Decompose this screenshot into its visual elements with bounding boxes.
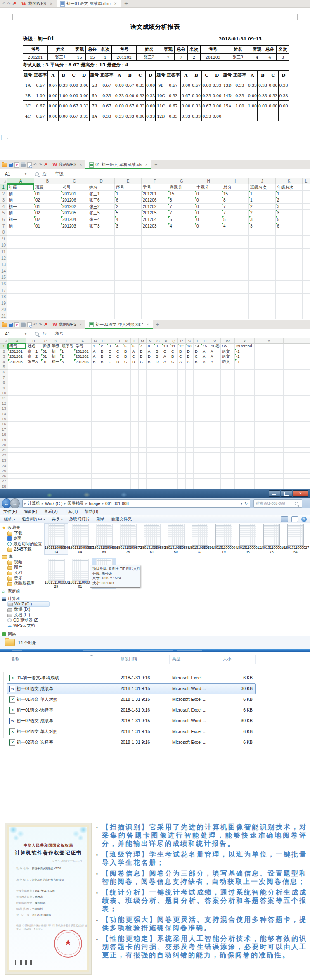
cell[interactable] [7, 274, 34, 281]
cell[interactable] [41, 458, 50, 463]
cell[interactable] [170, 432, 178, 437]
cell[interactable]: D [131, 359, 139, 365]
cell[interactable] [195, 255, 222, 262]
cell[interactable] [139, 406, 147, 411]
cell[interactable] [222, 313, 249, 320]
cell[interactable] [139, 432, 147, 437]
cell[interactable] [209, 427, 221, 432]
cell[interactable] [41, 406, 50, 411]
cell[interactable] [115, 406, 123, 411]
cell[interactable] [34, 236, 61, 242]
column-header-edge[interactable] [284, 338, 310, 344]
tab-doc[interactable]: 初一01语文-成绩单.doc × [57, 0, 121, 7]
tab-my-wps[interactable]: W 我的WPS × [18, 0, 57, 7]
cell[interactable] [139, 364, 147, 370]
cell[interactable] [284, 396, 310, 401]
cell[interactable]: D [186, 349, 194, 354]
cell[interactable] [154, 463, 162, 469]
row-header-22[interactable]: 22 [0, 453, 8, 458]
cell[interactable]: 0 [195, 216, 222, 223]
cell[interactable] [154, 468, 162, 474]
cell[interactable] [61, 274, 88, 281]
cell[interactable] [115, 300, 142, 307]
cell[interactable] [221, 474, 235, 479]
cell[interactable] [131, 463, 139, 469]
cell[interactable] [74, 401, 92, 406]
cell[interactable] [162, 453, 170, 458]
cell[interactable] [139, 484, 147, 489]
cell[interactable] [139, 380, 147, 385]
cell[interactable] [186, 463, 194, 469]
cell[interactable] [99, 364, 107, 370]
cell[interactable] [88, 229, 115, 236]
cell[interactable] [107, 416, 115, 422]
cell[interactable]: A [162, 354, 170, 359]
cell[interactable] [186, 370, 194, 375]
cell[interactable] [249, 300, 276, 307]
cell[interactable] [303, 281, 310, 287]
thumbnail-item[interactable]: 180131095958061 [140, 524, 163, 554]
cell[interactable] [26, 390, 41, 396]
thumbnail-item[interactable]: 180131100004301 [69, 558, 92, 589]
cell[interactable] [154, 380, 162, 385]
file-row[interactable]: X初一02语文-选择率2018-1-31 9:16Microsoft Excel… [7, 738, 255, 747]
column-header-E[interactable]: E [115, 178, 142, 184]
menu-item[interactable]: 文件(F) [3, 509, 17, 515]
chevron-down-icon[interactable]: ▾ [25, 172, 26, 176]
cell[interactable] [255, 411, 284, 417]
cell[interactable] [139, 401, 147, 406]
preview-pane-icon[interactable] [291, 516, 298, 522]
cell[interactable] [41, 364, 50, 370]
cell[interactable] [201, 463, 209, 469]
cell[interactable] [74, 427, 92, 432]
cell[interactable] [92, 370, 99, 375]
cell[interactable] [276, 294, 303, 300]
cell[interactable] [92, 463, 99, 469]
cell[interactable] [276, 229, 303, 236]
row-header-19[interactable]: 19 [0, 300, 7, 307]
cell[interactable]: 张三2 [26, 354, 41, 359]
cell[interactable] [7, 229, 34, 236]
cell[interactable] [123, 364, 131, 370]
cell[interactable] [222, 300, 249, 307]
cell[interactable] [60, 422, 74, 427]
cell[interactable] [249, 255, 276, 262]
column-header-P[interactable]: P [162, 338, 170, 344]
cell[interactable] [142, 294, 168, 300]
cell[interactable] [154, 453, 162, 458]
cell[interactable] [147, 390, 154, 396]
cell[interactable] [131, 474, 139, 479]
cell[interactable] [284, 349, 310, 354]
cell[interactable]: 15 [168, 191, 195, 197]
cell[interactable] [170, 406, 178, 411]
cell[interactable]: 4 [168, 223, 195, 230]
cell[interactable] [139, 474, 147, 479]
cell[interactable]: C [115, 354, 123, 359]
column-header-U[interactable]: U [201, 338, 209, 344]
cell[interactable] [34, 274, 61, 281]
cell[interactable] [178, 411, 186, 417]
cell[interactable]: 初一 [7, 204, 34, 210]
cell[interactable] [154, 364, 162, 370]
thumbnail-item[interactable]: 180131095956489 [92, 524, 116, 554]
cell[interactable] [162, 416, 170, 422]
cell[interactable] [209, 479, 221, 484]
cell[interactable] [255, 390, 284, 396]
sidebar-item-桌面[interactable]: 桌面 [7, 536, 49, 541]
cell[interactable] [142, 313, 168, 320]
cell[interactable] [123, 432, 131, 437]
cell[interactable] [201, 406, 209, 411]
cell[interactable]: 初一 [50, 354, 60, 359]
cell[interactable] [123, 416, 131, 422]
column-header-H[interactable]: H [195, 178, 222, 184]
cell[interactable] [255, 427, 284, 432]
cell[interactable] [255, 354, 284, 359]
cell[interactable] [107, 484, 115, 489]
column-header-类型[interactable]: 类型 [172, 656, 180, 662]
cell[interactable] [162, 406, 170, 411]
cell[interactable] [222, 281, 249, 287]
cell[interactable]: A [209, 359, 221, 365]
cell[interactable] [41, 448, 50, 453]
explorer-title-bar[interactable]: × [0, 489, 310, 498]
cell[interactable]: 201203 [142, 223, 168, 230]
